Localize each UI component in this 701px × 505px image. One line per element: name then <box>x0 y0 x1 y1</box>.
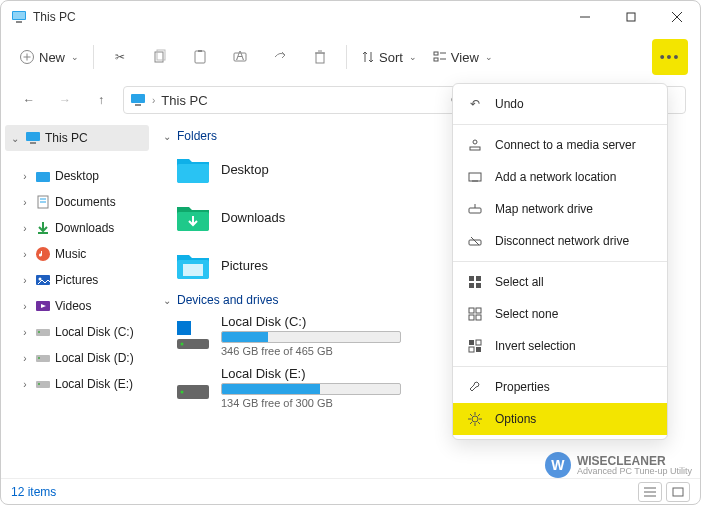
svg-point-55 <box>181 391 184 394</box>
sidebar-item-disk-c[interactable]: ›Local Disk (C:) <box>5 319 149 345</box>
sidebar-item-downloads[interactable]: ›Downloads <box>5 215 149 241</box>
sidebar-item-music[interactable]: ›Music <box>5 241 149 267</box>
group-label: Devices and drives <box>177 293 278 307</box>
svg-rect-40 <box>36 329 50 336</box>
sort-button[interactable]: Sort ⌄ <box>355 39 423 75</box>
new-button[interactable]: New ⌄ <box>13 39 85 75</box>
videos-icon <box>35 298 51 314</box>
svg-rect-77 <box>476 315 481 320</box>
svg-rect-62 <box>673 488 683 496</box>
menu-map-drive[interactable]: Map network drive <box>453 193 667 225</box>
svg-rect-63 <box>470 147 480 150</box>
expand-icon[interactable]: › <box>19 275 31 286</box>
expand-icon[interactable]: › <box>19 379 31 390</box>
sidebar-item-label: Local Disk (E:) <box>55 377 133 391</box>
invert-selection-icon <box>467 338 483 354</box>
sidebar-item-desktop[interactable]: ›Desktop <box>5 163 149 189</box>
drive-free-text: 346 GB free of 465 GB <box>221 345 401 357</box>
menu-media-server[interactable]: Connect to a media server <box>453 129 667 161</box>
menu-item-label: Select none <box>495 307 558 321</box>
close-button[interactable] <box>654 1 700 33</box>
map-drive-icon <box>467 201 483 217</box>
collapse-icon[interactable]: ⌄ <box>9 133 21 144</box>
view-button[interactable]: View ⌄ <box>427 39 499 75</box>
delete-button[interactable] <box>302 39 338 75</box>
svg-rect-76 <box>469 315 474 320</box>
menu-undo[interactable]: ↶ Undo <box>453 88 667 120</box>
up-button[interactable]: ↑ <box>87 86 115 114</box>
menu-item-label: Add a network location <box>495 170 616 184</box>
sidebar-item-label: Downloads <box>55 221 114 235</box>
menu-item-label: Select all <box>495 275 544 289</box>
svg-line-89 <box>478 414 480 416</box>
this-pc-icon <box>11 9 27 25</box>
folder-icon <box>35 168 51 184</box>
sidebar-item-disk-e[interactable]: ›Local Disk (E:) <box>5 371 149 397</box>
watermark-brand: WISECLEANER <box>577 455 692 467</box>
svg-rect-72 <box>469 283 474 288</box>
svg-line-87 <box>470 414 472 416</box>
menu-disconnect-drive[interactable]: Disconnect network drive <box>453 225 667 257</box>
copy-button[interactable] <box>142 39 178 75</box>
drive-usage-bar <box>221 383 401 395</box>
breadcrumb-segment[interactable]: This PC <box>161 93 207 108</box>
sidebar-item-label: Music <box>55 247 86 261</box>
menu-item-label: Properties <box>495 380 550 394</box>
cut-button[interactable]: ✂ <box>102 39 138 75</box>
disk-icon <box>35 324 51 340</box>
expand-icon[interactable]: › <box>19 301 31 312</box>
expand-icon[interactable]: › <box>19 249 31 260</box>
expand-icon[interactable]: › <box>19 197 31 208</box>
sidebar-item-label: Local Disk (D:) <box>55 351 134 365</box>
menu-item-label: Connect to a media server <box>495 138 636 152</box>
menu-add-netloc[interactable]: Add a network location <box>453 161 667 193</box>
menu-select-none[interactable]: Select none <box>453 298 667 330</box>
menu-properties[interactable]: Properties <box>453 371 667 403</box>
paste-button[interactable] <box>182 39 218 75</box>
sidebar-item-videos[interactable]: ›Videos <box>5 293 149 319</box>
menu-item-label: Undo <box>495 97 524 111</box>
back-button[interactable]: ← <box>15 86 43 114</box>
sidebar-item-pictures[interactable]: ›Pictures <box>5 267 149 293</box>
details-view-button[interactable] <box>638 482 662 502</box>
sidebar-item-this-pc[interactable]: ⌄ This PC <box>5 125 149 151</box>
svg-rect-70 <box>469 276 474 281</box>
svg-point-41 <box>38 331 40 333</box>
rename-button[interactable]: A <box>222 39 258 75</box>
minimize-button[interactable] <box>562 1 608 33</box>
menu-options[interactable]: Options <box>453 403 667 435</box>
menu-invert-selection[interactable]: Invert selection <box>453 330 667 362</box>
menu-select-all[interactable]: Select all <box>453 266 667 298</box>
expand-icon[interactable]: › <box>19 223 31 234</box>
sort-icon <box>361 50 375 64</box>
share-button[interactable] <box>262 39 298 75</box>
expand-icon[interactable]: › <box>19 353 31 364</box>
sidebar-item-disk-d[interactable]: ›Local Disk (D:) <box>5 345 149 371</box>
expand-icon[interactable]: › <box>19 327 31 338</box>
sidebar-item-documents[interactable]: ›Documents <box>5 189 149 215</box>
sidebar-item-label: This PC <box>45 131 88 145</box>
collapse-icon: ⌄ <box>163 295 171 306</box>
more-icon: ••• <box>660 49 681 65</box>
svg-point-53 <box>181 343 184 346</box>
svg-text:A: A <box>236 49 244 63</box>
large-icons-view-button[interactable] <box>666 482 690 502</box>
disk-icon <box>175 319 211 351</box>
scissors-icon: ✂ <box>115 50 125 64</box>
svg-rect-44 <box>36 381 50 388</box>
media-server-icon <box>467 137 483 153</box>
more-button[interactable]: ••• <box>652 39 688 75</box>
svg-point-45 <box>38 383 40 385</box>
expand-icon[interactable]: › <box>19 171 31 182</box>
svg-rect-25 <box>131 94 145 103</box>
maximize-button[interactable] <box>608 1 654 33</box>
download-icon <box>35 220 51 236</box>
collapse-icon: ⌄ <box>163 131 171 142</box>
forward-button[interactable]: → <box>51 86 79 114</box>
new-label: New <box>39 50 65 65</box>
share-icon <box>272 49 288 65</box>
breadcrumb[interactable]: › This PC ⟳ <box>123 86 468 114</box>
chevron-down-icon: ⌄ <box>71 52 79 62</box>
more-menu: ↶ Undo Connect to a media server Add a n… <box>452 83 668 440</box>
svg-rect-74 <box>469 308 474 313</box>
